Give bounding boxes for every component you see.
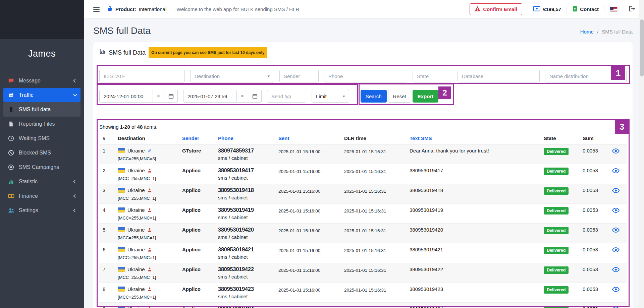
sidebar-brand-block (0, 0, 84, 39)
actions-cell (609, 204, 627, 224)
sidebar-item-waiting-sms[interactable]: Waiting SMS (3, 131, 80, 145)
status-badge: Delivered (544, 286, 569, 294)
sum-value: 0.0053 (579, 204, 609, 224)
sidebar-item-traffic[interactable]: Traffic (3, 88, 80, 102)
filter-buttons: Search Reset Export (361, 90, 438, 103)
state-cell: Delivered (540, 164, 579, 184)
sidebar-item-statistic[interactable]: Statistic (3, 174, 80, 189)
col-text-sms-sort[interactable]: Text SMS (406, 133, 540, 144)
ukraine-flag-icon (118, 247, 125, 252)
state-cell: Delivered (540, 144, 579, 164)
view-details-eye-icon[interactable] (612, 287, 620, 293)
results-summary: Showing 1-20 of 48 items. (99, 124, 627, 130)
operator-icon (147, 307, 152, 308)
sms-text: 380953019419 (406, 204, 540, 224)
breadcrumb: Home / SMS full Data (580, 25, 633, 35)
date-to-clear-button[interactable]: × (237, 90, 248, 103)
hamburger-menu-icon[interactable] (93, 5, 100, 14)
sidebar-item-blocked-sms[interactable]: Blocked SMS (3, 145, 80, 160)
language-flag-icon[interactable] (610, 7, 618, 12)
export-button[interactable]: Export (413, 90, 439, 103)
search-button[interactable]: Search (361, 90, 387, 103)
status-badge: Delivered (544, 247, 569, 254)
destination-cell: Ukraine [MCC=255,MNC=1] (114, 164, 179, 184)
sidebar-item-label: Settings (19, 207, 38, 213)
reset-button[interactable]: Reset (388, 90, 411, 103)
divider (528, 5, 528, 13)
view-details-eye-icon[interactable] (612, 148, 620, 155)
sidebar-item-settings[interactable]: Settings (3, 203, 80, 218)
table-row: 4 Ukraine [MCC=255,MNC=1] Applico 380953… (99, 204, 627, 224)
dlr-time: 2025-01-01 15:16:31 (341, 144, 406, 164)
id-state-input[interactable] (99, 70, 185, 82)
send-type-input[interactable] (267, 90, 306, 103)
welcome-text: Welcome to the web app for BULK sending … (176, 6, 299, 12)
status-badge: Delivered (544, 207, 569, 214)
row-number: 4 (99, 204, 114, 224)
sidebar: James Message Traffic SMS full data (0, 0, 84, 308)
mcc-mnc: [MCC=255,MNC=1] (118, 295, 175, 300)
view-details-eye-icon[interactable] (612, 168, 620, 174)
phone-input[interactable] (324, 70, 407, 82)
col-sender-sort[interactable]: Sender (179, 133, 215, 144)
view-details-eye-icon[interactable] (612, 307, 620, 308)
dlr-time: 2025-01-01 15:16:31 (341, 263, 406, 283)
view-details-eye-icon[interactable] (612, 247, 620, 253)
divider (623, 5, 623, 13)
destination-select[interactable]: Destination ▾ (190, 70, 274, 82)
sender-cell: Applico (179, 164, 215, 184)
sidebar-item-sms-full-data[interactable]: SMS full data (3, 102, 80, 117)
view-details-eye-icon[interactable] (612, 267, 620, 273)
bullseye-icon (7, 164, 15, 170)
mcc-mnc: [MCC=255,MNC=3] (118, 156, 175, 161)
destination-cell: Ukraine [MCC=255,MNC=1] (114, 283, 179, 303)
name-distribution-input[interactable] (545, 70, 627, 82)
sidebar-item-message[interactable]: Message (3, 73, 80, 88)
date-to-input[interactable] (183, 90, 237, 103)
country-name: Ukraine (127, 227, 145, 233)
sms-text: 380953019422 (406, 263, 540, 283)
col-actions (609, 133, 627, 144)
view-details-eye-icon[interactable] (612, 188, 620, 194)
page-scrollbar[interactable] (639, 0, 644, 308)
operator-icon (147, 228, 152, 232)
filter-row-1: Destination ▾ (99, 70, 627, 82)
mcc-mnc: [MCC=255,MNC=1] (118, 176, 175, 181)
confirm-email-button[interactable]: Confirm Email (470, 3, 522, 15)
date-from-input[interactable] (99, 90, 153, 103)
sidebar-item-label: Statistic (19, 179, 38, 185)
scrollbar-thumb[interactable] (640, 19, 644, 76)
state-input[interactable] (413, 70, 452, 82)
actions-cell (609, 184, 627, 204)
status-badge: Delivered (544, 227, 569, 234)
database-input[interactable] (458, 70, 540, 82)
logout-icon[interactable] (629, 6, 635, 13)
filters: Destination ▾ × × (93, 63, 633, 103)
money-icon (7, 193, 15, 199)
col-sent-sort[interactable]: Sent (275, 133, 341, 144)
sidebar-item-label: SMS full data (19, 107, 51, 113)
date-to-calendar-button[interactable] (248, 90, 262, 103)
limit-select[interactable]: Limit ▾ (312, 90, 349, 103)
breadcrumb-home-link[interactable]: Home (580, 29, 594, 35)
row-number: 8 (99, 283, 114, 303)
sidebar-item-sms-campaigns[interactable]: SMS Campaigns (3, 160, 80, 174)
sidebar-item-reporting-files[interactable]: Reporting Files (3, 117, 80, 131)
date-from-calendar-button[interactable] (164, 90, 178, 103)
contact-link[interactable]: Contact (572, 6, 599, 13)
view-details-eye-icon[interactable] (612, 228, 620, 234)
balance[interactable]: €199,57 (533, 6, 561, 12)
date-from-clear-button[interactable]: × (153, 90, 164, 103)
table-row: 3 Ukraine [MCC=255,MNC=1] Applico 380953… (99, 184, 627, 204)
sidebar-item-finance[interactable]: Finance (3, 189, 80, 203)
breadcrumb-current: SMS full Data (602, 29, 633, 35)
sender-cell: Applico (179, 184, 215, 204)
view-details-eye-icon[interactable] (612, 208, 620, 214)
warning-icon (475, 6, 480, 12)
col-phone-sort[interactable]: Phone (215, 133, 275, 144)
sidebar-item-label: Waiting SMS (19, 135, 50, 141)
country-name: Ukraine (127, 286, 145, 292)
sender-input[interactable] (279, 70, 319, 82)
sent-time: 2025-01-01 15:16:00 (275, 184, 341, 204)
sidebar-nav: Message Traffic SMS full data Reporting … (0, 69, 84, 222)
